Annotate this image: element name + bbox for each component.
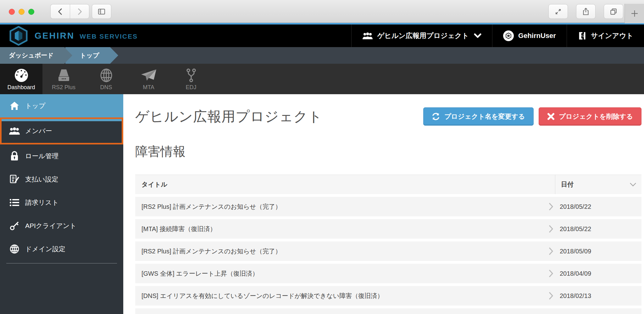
breadcrumb-dashboard[interactable]: ダッシュボード xyxy=(0,47,72,64)
incident-title: [MTA] 接続障害（復旧済） xyxy=(135,225,542,233)
service-tile-edj[interactable]: EDJ xyxy=(170,64,212,94)
service-label: RS2 Plus xyxy=(52,84,75,91)
title-row: ゲヒルン広報用プロジェクト プロジェクト名を変更する プロジェクトを削除する xyxy=(135,107,641,126)
breadcrumb-dashboard-label: ダッシュボード xyxy=(9,51,54,60)
domain-globe-icon xyxy=(9,244,20,254)
project-group-icon xyxy=(362,32,373,40)
payment-settings-icon: ¥ xyxy=(9,174,20,184)
brand-suffix: WEB SERVICES xyxy=(80,33,138,40)
sidebar-item-payment[interactable]: ¥ 支払い設定 xyxy=(0,168,123,191)
project-actions: プロジェクト名を変更する プロジェクトを削除する xyxy=(423,107,641,126)
user-name: GehirnUser xyxy=(518,32,556,40)
new-tab-button[interactable] xyxy=(625,4,644,23)
chevron-right-icon xyxy=(542,225,560,233)
tab-overview-button[interactable] xyxy=(604,4,623,19)
svg-text:¥: ¥ xyxy=(12,179,14,182)
x-icon xyxy=(547,113,555,120)
chevron-right-icon xyxy=(542,269,560,278)
fullscreen-button[interactable] xyxy=(548,4,568,19)
git-fork-icon xyxy=(185,67,197,84)
incident-title: [GWS 全体] エラーレート上昇（復旧済） xyxy=(135,269,542,278)
sidebar-item-label: メンバー xyxy=(25,127,52,135)
incident-row[interactable]: [GWS 全体] エラーレート上昇（復旧済） 2018/04/09 xyxy=(135,264,641,283)
rename-project-button[interactable]: プロジェクト名を変更する xyxy=(423,107,533,126)
incident-title: [RS2 Plus] 計画メンテナンスのお知らせ（完了） xyxy=(135,247,542,256)
browser-toolbar xyxy=(0,0,644,23)
rename-project-label: プロジェクト名を変更する xyxy=(444,112,525,121)
globe-icon xyxy=(99,67,113,84)
server-icon xyxy=(56,67,72,84)
brand-text: GEHIRN WEB SERVICES xyxy=(35,31,138,41)
service-tile-mta[interactable]: MTA xyxy=(127,64,170,94)
sidebar-divider xyxy=(6,263,117,263)
service-tile-rs2plus[interactable]: RS2 Plus xyxy=(42,64,85,94)
breadcrumb-top[interactable]: トップ xyxy=(65,47,118,64)
refresh-icon xyxy=(432,112,440,121)
incident-row[interactable]: [RS2 Plus] 計画メンテナンスのお知らせ（完了） 2018/05/22 xyxy=(135,197,641,216)
lock-icon xyxy=(9,151,20,161)
chevron-right-icon xyxy=(542,202,560,211)
incident-date: 2018/02/13 xyxy=(560,292,641,300)
project-selector-label: ゲヒルン広報用プロジェクト xyxy=(377,31,469,41)
minimize-window-button[interactable] xyxy=(19,9,25,15)
incident-date: 2018/04/09 xyxy=(560,270,641,277)
sidebar-toggle-group xyxy=(92,4,111,19)
incident-row-partial[interactable] xyxy=(135,308,641,314)
header-menu: ゲヒルン広報用プロジェクト GehirnUser サインアウト xyxy=(351,24,644,47)
chevron-down-icon xyxy=(474,33,481,39)
forward-icon xyxy=(75,8,84,16)
breadcrumb: ダッシュボード トップ xyxy=(0,47,644,64)
sidebar-item-label: ロール管理 xyxy=(25,152,58,160)
sidebar-toggle-button[interactable] xyxy=(92,4,111,19)
dashboard-gauge-icon xyxy=(14,67,29,84)
avatar xyxy=(503,30,514,41)
delete-project-button[interactable]: プロジェクトを削除する xyxy=(539,107,641,126)
body-row: トップ メンバー ロール管理 ¥ 支払い設定 xyxy=(0,94,644,314)
sidebar-item-label: トップ xyxy=(25,101,45,110)
incident-row[interactable]: [RS2 Plus] 計画メンテナンスのお知らせ（完了） 2018/05/09 xyxy=(135,241,641,261)
tab-overview-group xyxy=(604,4,623,19)
sidebar-item-domains[interactable]: ドメイン設定 xyxy=(0,237,123,261)
tab-overview-icon xyxy=(609,8,618,16)
share-group xyxy=(576,4,596,19)
signout-button[interactable]: サインアウト xyxy=(567,24,644,47)
sidebar-item-label: 請求リスト xyxy=(25,198,58,207)
sidebar-item-roles[interactable]: ロール管理 xyxy=(0,144,123,168)
paper-plane-icon xyxy=(141,67,157,84)
back-button[interactable] xyxy=(50,4,70,19)
service-tile-dashboard[interactable]: Dashboard xyxy=(0,64,42,94)
incident-date: 2018/05/22 xyxy=(560,203,641,210)
column-header-date[interactable]: 日付 xyxy=(555,175,641,194)
sidebar-item-members[interactable]: メンバー xyxy=(0,117,123,144)
signout-label: サインアウト xyxy=(591,31,633,41)
user-menu[interactable]: GehirnUser xyxy=(492,24,567,47)
service-label: Dashboard xyxy=(7,84,35,91)
brand[interactable]: GEHIRN WEB SERVICES xyxy=(0,24,138,47)
key-icon xyxy=(9,221,20,231)
sidebar-item-api-clients[interactable]: APIクライアント xyxy=(0,214,123,237)
breadcrumb-top-label: トップ xyxy=(80,51,99,60)
main-content: ゲヒルン広報用プロジェクト プロジェクト名を変更する プロジェクトを削除する xyxy=(123,94,644,314)
incident-row[interactable]: [MTA] 接続障害（復旧済） 2018/05/22 xyxy=(135,219,641,239)
page-title: ゲヒルン広報用プロジェクト xyxy=(135,107,322,126)
service-tile-dns[interactable]: DNS xyxy=(85,64,127,94)
sidebar-item-top[interactable]: トップ xyxy=(0,94,123,117)
sidebar-item-billing[interactable]: 請求リスト xyxy=(0,191,123,214)
gehirn-logo-icon xyxy=(9,26,28,46)
share-button[interactable] xyxy=(576,4,596,19)
project-selector[interactable]: ゲヒルン広報用プロジェクト xyxy=(351,24,492,47)
forward-button[interactable] xyxy=(70,4,89,19)
share-icon xyxy=(582,8,590,16)
sidebar-item-label: APIクライアント xyxy=(25,221,76,230)
incident-date: 2018/05/22 xyxy=(560,225,641,233)
list-icon xyxy=(9,198,20,207)
page: GEHIRN WEB SERVICES ゲヒルン広報用プロジェクト Gehirn… xyxy=(0,0,644,314)
home-icon xyxy=(9,101,20,111)
fullscreen-group xyxy=(548,4,568,19)
service-label: EDJ xyxy=(186,84,196,91)
close-window-button[interactable] xyxy=(9,9,15,15)
chevron-right-icon xyxy=(542,247,560,256)
zoom-window-button[interactable] xyxy=(28,9,34,15)
incident-row[interactable]: [DNS] エイリアスを有効にしているゾーンのレコードが解決できない障害（復旧済… xyxy=(135,286,641,306)
sidebar-item-label: ドメイン設定 xyxy=(25,245,65,253)
